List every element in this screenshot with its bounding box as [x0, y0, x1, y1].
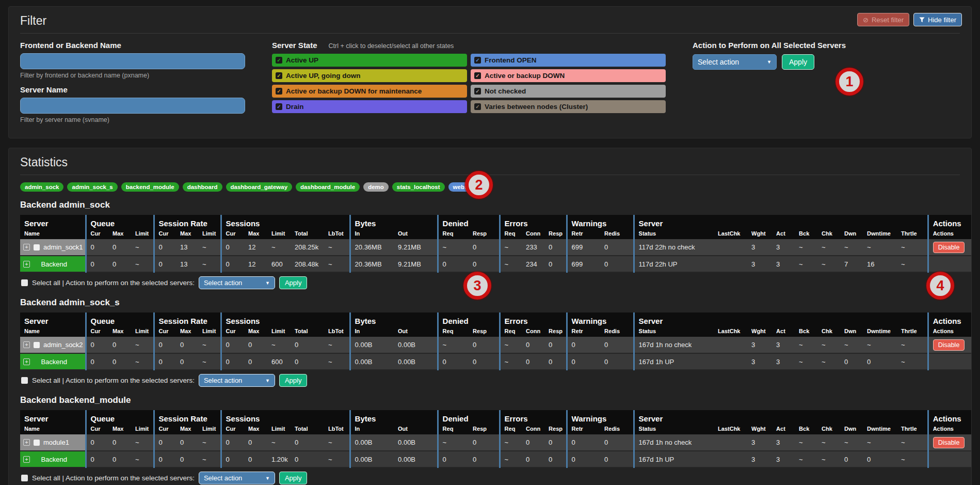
- actions-cell: Disable: [928, 337, 971, 353]
- column-header: Cur: [86, 229, 108, 239]
- select-all-label: Select all | Action to perform on the se…: [32, 377, 195, 384]
- backend-section: Backend admin_sockServerQueueSession Rat…: [20, 200, 960, 289]
- statistics-panel: Statistics admin_sockadmin_sock_sbackend…: [8, 148, 972, 485]
- stat-cell: 0.00B: [350, 434, 394, 451]
- select-all-checkbox[interactable]: [21, 475, 28, 481]
- checkbox-checked-icon: ✓: [474, 57, 481, 64]
- server-state-toggle-label: Frontend OPEN: [485, 56, 537, 64]
- server-state-toggle[interactable]: ✓Frontend OPEN: [471, 54, 666, 67]
- reset-filter-button[interactable]: ⊘ Reset filter: [857, 13, 909, 26]
- expand-icon[interactable]: +: [23, 439, 30, 446]
- stat-cell: ~: [795, 239, 817, 256]
- row-checkbox[interactable]: [34, 440, 40, 446]
- row-checkbox[interactable]: [34, 244, 40, 251]
- stat-cell: 0.00B: [394, 337, 438, 353]
- stat-cell: 0: [108, 353, 131, 370]
- stat-cell: ~: [840, 337, 863, 353]
- column-header: Status: [634, 229, 714, 239]
- column-group-header: Denied: [438, 410, 500, 425]
- expand-icon[interactable]: +: [23, 244, 30, 251]
- proxy-badge[interactable]: backend_module: [121, 182, 179, 192]
- column-group-header: Server: [634, 410, 928, 425]
- select-all-checkbox[interactable]: [21, 377, 28, 384]
- server-state-toggle[interactable]: ✓Active or backup DOWN for maintenance: [272, 85, 467, 98]
- stat-cell: ~: [817, 337, 840, 353]
- stat-cell: ~: [198, 353, 221, 370]
- row-action-select[interactable]: Select action▼: [199, 276, 275, 289]
- frontend-name-input[interactable]: [20, 53, 245, 69]
- select-all-label: Select all | Action to perform on the se…: [32, 279, 195, 287]
- disable-button[interactable]: Disable: [933, 339, 965, 351]
- column-header: Act: [772, 425, 795, 434]
- stat-cell: ~: [438, 239, 469, 256]
- row-apply-button[interactable]: Apply: [279, 374, 308, 387]
- column-header: Total: [291, 229, 324, 239]
- server-state-toggle[interactable]: ✓Active or backup DOWN: [471, 69, 666, 82]
- stat-cell: 0: [86, 256, 108, 272]
- row-apply-button[interactable]: Apply: [279, 276, 308, 289]
- stat-cell: ~: [897, 434, 928, 451]
- column-header: Out: [394, 327, 438, 337]
- row-action-select[interactable]: Select action▼: [199, 374, 275, 387]
- stat-cell: ~: [324, 337, 350, 353]
- global-apply-button[interactable]: Apply: [782, 54, 814, 70]
- select-all-checkbox[interactable]: [21, 279, 28, 286]
- proxy-badge[interactable]: dashboard_gateway: [226, 182, 293, 192]
- stat-cell: 3: [747, 434, 772, 451]
- server-state-toggle[interactable]: ✓Active UP, going down: [272, 69, 467, 82]
- proxy-badge[interactable]: dashboard_module: [296, 182, 360, 192]
- expand-icon[interactable]: +: [23, 456, 30, 463]
- column-header: Bck: [795, 229, 817, 239]
- column-header: Name: [20, 327, 86, 337]
- column-group-header: Bytes: [350, 215, 438, 229]
- stat-cell: 9.21MB: [394, 256, 438, 272]
- proxy-badge[interactable]: demo: [363, 182, 389, 192]
- expand-icon[interactable]: +: [23, 261, 30, 268]
- row-action-select[interactable]: Select action▼: [199, 472, 275, 484]
- row-checkbox[interactable]: [34, 342, 40, 348]
- column-header: Dwntime: [863, 229, 897, 239]
- row-apply-button[interactable]: Apply: [279, 472, 308, 484]
- backend-name-label: Backend: [41, 358, 74, 366]
- hide-filter-button[interactable]: Hide filter: [913, 13, 962, 26]
- stat-cell: 699: [567, 256, 600, 272]
- server-state-toggle[interactable]: ✓Drain: [272, 100, 467, 113]
- expand-icon[interactable]: +: [23, 358, 30, 365]
- column-header: Req: [500, 229, 522, 239]
- proxy-badge[interactable]: stats_localhost: [392, 182, 445, 192]
- global-action-select[interactable]: Select action ▼: [693, 54, 777, 70]
- stat-cell: 0: [438, 353, 469, 370]
- server-state-toggle[interactable]: ✓Not checked: [471, 85, 666, 98]
- disable-button[interactable]: Disable: [933, 437, 965, 448]
- disable-button[interactable]: Disable: [933, 242, 965, 253]
- column-header: In: [350, 327, 394, 337]
- column-group-header: Sessions: [221, 312, 350, 327]
- server-state-toggle[interactable]: ✓Varies between nodes (Cluster): [471, 100, 666, 113]
- column-header: Total: [291, 425, 324, 434]
- server-state-toggle-label: Active or backup DOWN: [485, 72, 565, 80]
- expand-icon[interactable]: +: [23, 341, 30, 348]
- column-header: Limit: [198, 229, 221, 239]
- stat-cell: ~: [438, 434, 469, 451]
- column-group-header: Queue: [86, 215, 154, 229]
- backend-section-title: Backend backend_module: [20, 395, 960, 405]
- stat-cell: ~: [795, 451, 817, 467]
- server-state-toggle[interactable]: ✓Active UP: [272, 54, 467, 67]
- row-action-select-value: Select action: [204, 377, 242, 384]
- column-header: Resp: [544, 327, 567, 337]
- proxy-badge[interactable]: admin_sock_s: [67, 182, 117, 192]
- proxy-badge[interactable]: dashboard: [183, 182, 222, 192]
- stat-cell: ~: [897, 451, 928, 467]
- proxy-badge[interactable]: admin_sock: [20, 182, 63, 192]
- server-name-cell: +module1: [20, 434, 86, 451]
- column-header: Req: [438, 327, 469, 337]
- stat-cell: ~: [267, 434, 291, 451]
- server-name-input[interactable]: [20, 98, 245, 114]
- column-header: Max: [176, 229, 198, 239]
- stat-cell: 0.00B: [394, 353, 438, 370]
- checkbox-checked-icon: ✓: [276, 72, 282, 79]
- global-action-label: Action to Perform on All Selected Server…: [693, 41, 846, 50]
- column-group-header: Actions: [928, 215, 971, 229]
- stat-cell: 13: [176, 256, 198, 272]
- stat-cell: 0: [567, 434, 600, 451]
